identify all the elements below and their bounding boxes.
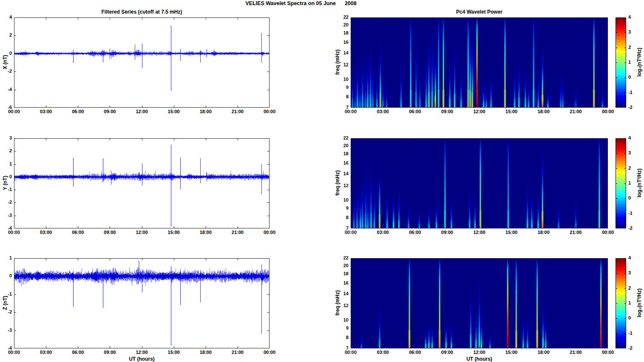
x-tick-label: 00:00 [4,350,24,355]
z-wavelet-spectrogram [351,258,608,348]
x-tick-label: 00:00 [598,109,618,114]
x-tick-label: 03:00 [373,109,393,114]
colorbar-tick-label: -2 [628,105,643,110]
y-tick-label: 0 [0,273,12,278]
colorbar-tick-label: 4 [628,255,643,260]
y-tick-label: 3 [0,135,12,140]
x-tick-label: 03:00 [36,230,56,235]
x-tick-label: 15:00 [164,350,184,355]
x-tick-label: 09:00 [437,350,457,355]
x-tick-label: 06:00 [68,350,88,355]
y-tick-label: 14 [333,291,349,296]
colorbar-gradient-y [616,138,626,228]
y-tick-label: 18 [333,151,349,156]
x-tick-label: 06:00 [405,109,425,114]
x-tick-label: 15:00 [164,109,184,114]
x-tick-label: 09:00 [437,109,457,114]
x-tick-label: 00:00 [260,350,279,355]
x-tick-label: 18:00 [196,230,216,235]
colorbar-gradient-x [616,17,626,108]
colorbar-gradient-z [616,258,626,348]
x-tick-label: 03:00 [373,350,393,355]
x-tick-label: 12:00 [470,230,489,235]
y-tick-label: 22 [333,14,349,20]
y-tick-label: -1 [0,187,12,192]
x-tick-label: 18:00 [196,350,216,355]
ut-hours-label-left: UT (hours) [14,356,270,362]
colorbar-tick-label: 2 [628,165,643,171]
x-tick-label: 00:00 [598,230,618,235]
colorbar-tick-label: -2 [628,345,643,351]
y-tick-label: 20 [333,22,349,27]
y-tick-label: 22 [333,255,349,260]
x-tick-label: 21:00 [228,109,247,114]
x-tick-label: 00:00 [260,109,279,114]
wavelet-power-title: Pc4 Wavelet Power [351,9,608,15]
panel-y-filtered-series: Y (nT) 3210-1-2-3-400:0003:0006:0009:001… [14,138,270,228]
x-tick-label: 21:00 [566,350,585,355]
x-tick-label: 15:00 [502,230,521,235]
panel-x-filtered-series: Filtered Series (cutoff at 7.5 mHz) X (n… [14,17,270,108]
y-tick-label: 18 [333,271,349,276]
y-tick-label: 2 [0,148,12,153]
y-wavelet-spectrogram [351,138,608,228]
figure: VELIES Wavelet Spectra on 05 June 2008 F… [0,0,644,362]
x-tick-label: 03:00 [36,109,56,114]
y-tick-label: 14 [333,50,349,55]
panel-x-wavelet-power: Pc4 Wavelet Power freq (mHz) 22201816141… [351,17,608,108]
colorbar-tick-label: -2 [628,225,643,231]
y-tick-label: 12 [333,183,349,188]
colorbar-tick-label: 4 [628,14,643,20]
y-tick-label: 1 [0,161,12,166]
y-tick-label: 10 [333,197,349,202]
x-tick-label: 06:00 [405,230,425,235]
x-wavelet-spectrogram [351,17,608,108]
y-tick-label: 9 [333,325,349,331]
y-timeseries-plot [14,138,270,228]
colorbar-x: log₂(nT²/Hz) 43210-1-2 [616,17,626,108]
y-tick-label: 20 [333,143,349,148]
x-tick-label: 12:00 [132,350,152,355]
y-tick-label: 0 [0,51,12,56]
x-axis-ylabel: X (nT) [2,28,8,96]
colorbar-tick-label: -1 [628,331,643,336]
colorbar-tick-label: 2 [628,45,643,50]
colorbar-tick-label: 0 [628,74,643,80]
x-tick-label: 06:00 [68,230,88,235]
x-tick-label: 03:00 [36,350,56,355]
y-axis-ylabel: Y (nT) [2,149,8,217]
y-tick-label: 8 [333,215,349,220]
colorbar-tick-label: 0 [628,315,643,320]
x-tick-label: 00:00 [341,109,360,114]
ut-hours-label-right: UT (hours) [351,356,608,362]
z-timeseries-plot [14,258,270,348]
colorbar-tick-label: 0 [628,195,643,200]
y-tick-label: 4 [0,14,12,20]
x-tick-label: 18:00 [534,230,553,235]
y-tick-label: 18 [333,30,349,35]
x-tick-label: 00:00 [260,230,279,235]
y-tick-label: 12 [333,62,349,67]
x-tick-label: 00:00 [341,230,360,235]
x-tick-label: 15:00 [164,230,184,235]
colorbar-tick-label: 2 [628,285,643,291]
colorbar-tick-label: 1 [628,180,643,185]
colorbar-z: log₂(nT²/Hz) 43210-1-2 [616,258,626,348]
y-tick-label: -3 [0,213,12,218]
figure-title: VELIES Wavelet Spectra on 05 June 2008 [0,0,602,6]
y-tick-label: -3 [0,328,12,333]
panel-y-wavelet-power: freq (mHz) 2220181614121098700:0003:0006… [351,138,608,228]
colorbar-tick-label: -1 [628,211,643,216]
x-tick-label: 21:00 [566,109,585,114]
x-tick-label: 12:00 [132,230,152,235]
y-tick-label: 16 [333,40,349,45]
x-tick-label: 12:00 [470,109,489,114]
y-tick-label: 10 [333,317,349,322]
x-tick-label: 21:00 [228,350,247,355]
x-tick-label: 06:00 [68,109,88,114]
x-tick-label: 18:00 [196,109,216,114]
y-tick-label: -2 [0,68,12,74]
y-tick-label: -2 [0,200,12,205]
x-tick-label: 15:00 [502,109,521,114]
y-tick-label: 2 [0,32,12,37]
